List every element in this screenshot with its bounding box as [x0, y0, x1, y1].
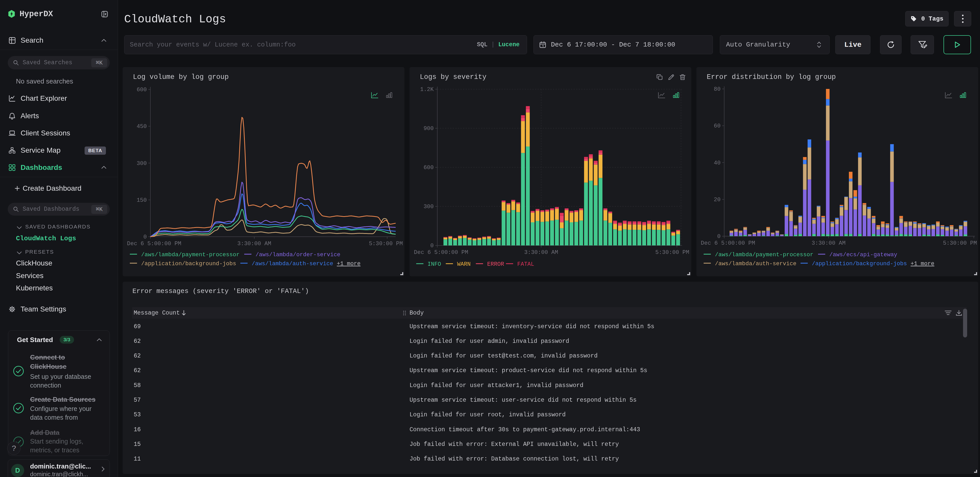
svg-text:/aws/lambda/order-service: /aws/lambda/order-service	[256, 251, 340, 258]
svg-text:Dec 6 5:00:00 PM: Dec 6 5:00:00 PM	[127, 240, 181, 247]
svg-text:0: 0	[430, 243, 434, 249]
svg-text:600: 600	[423, 164, 434, 171]
svg-text:40: 40	[714, 160, 721, 166]
svg-text:/aws/lambda/auth-service: /aws/lambda/auth-service	[715, 261, 797, 267]
svg-text:INFO: INFO	[428, 261, 441, 267]
svg-text:3:30:00 AM: 3:30:00 AM	[811, 240, 846, 246]
svg-text:300: 300	[137, 161, 147, 167]
svg-text:/aws/ecs/api-gateway: /aws/ecs/api-gateway	[829, 251, 897, 258]
svg-text:3:30:00 AM: 3:30:00 AM	[524, 249, 558, 256]
svg-text:5:30:00 PM: 5:30:00 PM	[369, 240, 403, 247]
svg-text:5:30:00 PM: 5:30:00 PM	[655, 249, 689, 256]
svg-text:Dec 6 5:00:00 PM: Dec 6 5:00:00 PM	[701, 240, 755, 246]
svg-text:900: 900	[423, 126, 434, 132]
svg-text:0: 0	[717, 233, 721, 240]
svg-text:1.2K: 1.2K	[420, 86, 434, 93]
svg-text:300: 300	[423, 204, 434, 210]
svg-text:20: 20	[714, 197, 721, 203]
svg-text:80: 80	[714, 86, 721, 92]
svg-text:450: 450	[137, 123, 147, 130]
svg-text:/application/background-jobs: /application/background-jobs	[812, 261, 907, 267]
svg-text:Dec 6 5:00:00 PM: Dec 6 5:00:00 PM	[414, 249, 468, 256]
svg-text:600: 600	[137, 87, 147, 93]
svg-text:60: 60	[714, 123, 721, 129]
svg-text:/aws/lambda/payment-processor: /aws/lambda/payment-processor	[715, 251, 813, 258]
svg-text:+1 more: +1 more	[337, 261, 360, 267]
svg-text:5:30:00 PM: 5:30:00 PM	[943, 240, 977, 246]
svg-text:150: 150	[137, 197, 147, 204]
svg-text:ERROR: ERROR	[487, 261, 504, 267]
svg-text:0: 0	[143, 234, 147, 240]
svg-text:FATAL: FATAL	[517, 261, 534, 267]
svg-text:WARN: WARN	[457, 261, 471, 267]
svg-text:/application/background-jobs: /application/background-jobs	[141, 261, 236, 267]
svg-text:/aws/lambda/payment-processor: /aws/lambda/payment-processor	[141, 251, 240, 258]
svg-text:3:30:00 AM: 3:30:00 AM	[237, 240, 271, 247]
svg-text:/aws/lambda/auth-service: /aws/lambda/auth-service	[252, 261, 333, 267]
svg-text:+1 more: +1 more	[911, 261, 934, 267]
